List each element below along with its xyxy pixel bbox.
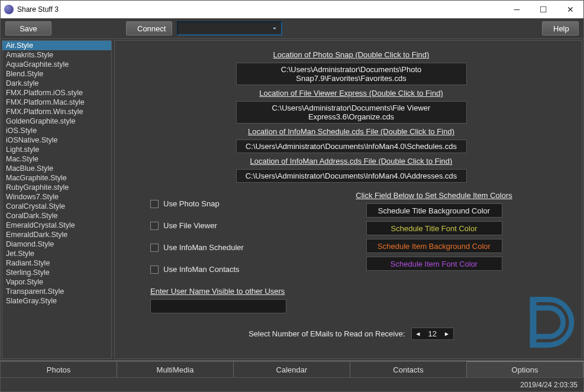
style-item[interactable]: Diamond.Style xyxy=(2,239,111,249)
style-item[interactable]: Transparent.Style xyxy=(2,287,111,296)
use-scheduler-checkbox[interactable] xyxy=(150,244,159,252)
color-options: Click Field Below to Set Schedule Item C… xyxy=(292,191,564,282)
app-window: Share Stuff 3 ─ ☐ ✕ Save Connect Help Ai… xyxy=(0,0,584,392)
style-item[interactable]: Blend.Style xyxy=(2,69,111,79)
chevron-down-icon xyxy=(270,24,279,33)
tab-photos[interactable]: Photos xyxy=(1,361,117,377)
schedule-location-label: Location of InfoMan Schedule.cds File (D… xyxy=(138,127,564,136)
use-photosnap-checkbox[interactable] xyxy=(150,200,159,208)
style-item[interactable]: iOS.Style xyxy=(2,126,111,135)
schedule-path-input[interactable]: C:\Users\Administrator\Documents\InfoMan… xyxy=(236,140,467,153)
style-item[interactable]: iOSNative.Style xyxy=(2,135,111,145)
tab-options[interactable]: Options xyxy=(467,361,583,377)
maximize-button[interactable]: ☐ xyxy=(530,1,557,18)
tab-contacts[interactable]: Contacts xyxy=(350,361,467,377)
email-count-stepper[interactable]: ◄ 12 ► xyxy=(411,328,454,340)
minimize-button[interactable]: ─ xyxy=(504,1,530,18)
color-heading: Click Field Below to Set Schedule Item C… xyxy=(304,191,564,200)
address-location-label: Location of InfoMan Address.cds File (Do… xyxy=(138,157,564,166)
style-item[interactable]: CoralDark.Style xyxy=(2,211,111,221)
save-button[interactable]: Save xyxy=(5,21,51,35)
close-button[interactable]: ✕ xyxy=(557,1,583,18)
stepper-left-icon[interactable]: ◄ xyxy=(415,331,421,337)
style-item[interactable]: EmeraldDark.Style xyxy=(2,230,111,239)
style-item[interactable]: FMX.Platform.iOS.style xyxy=(2,88,111,98)
style-item[interactable]: MacBlue.Style xyxy=(2,164,111,173)
use-contacts-label: Use InfoMan Contacts xyxy=(163,265,240,274)
style-item[interactable]: Vapor.Style xyxy=(2,277,111,287)
style-item[interactable]: FMX.Platform.Mac.style xyxy=(2,98,111,107)
use-fileviewer-label: Use File Viewer xyxy=(163,221,217,230)
style-item[interactable]: Amakrits.Style xyxy=(2,50,111,60)
status-bar: 2019/4/24 2:03:35 xyxy=(1,377,583,391)
style-item[interactable]: Mac.Style xyxy=(2,154,111,164)
use-contacts-checkbox[interactable] xyxy=(150,265,159,274)
connection-combo[interactable] xyxy=(177,21,282,35)
fileviewer-path-input[interactable]: C:\Users\Administrator\Documents\File Vi… xyxy=(236,101,467,124)
title-bar: Share Stuff 3 ─ ☐ ✕ xyxy=(1,1,583,18)
use-scheduler-label: Use InfoMan Scheduler xyxy=(163,243,244,252)
style-item[interactable]: Sterling.Style xyxy=(2,268,111,277)
use-photosnap-label: Use Photo Snap xyxy=(163,199,220,208)
style-item[interactable]: RubyGraphite.style xyxy=(2,183,111,192)
email-count-label: Select Number of EMails to Read on Recei… xyxy=(249,329,405,338)
connect-button[interactable]: Connect xyxy=(126,21,172,35)
app-icon xyxy=(4,5,14,14)
photosnap-path-input[interactable]: C:\Users\Administrator\Documents\Photo S… xyxy=(236,63,467,85)
schedule-title-bg-button[interactable]: Schedule Title Background Color xyxy=(366,203,502,218)
body: Air.StyleAmakrits.StyleAquaGraphite.styl… xyxy=(1,38,583,361)
email-count-value: 12 xyxy=(428,329,437,338)
schedule-title-font-button[interactable]: Schedule Title Font Color xyxy=(366,221,502,235)
style-item[interactable]: Windows7.Style xyxy=(2,192,111,202)
style-item[interactable]: CoralCrystal.Style xyxy=(2,202,111,211)
photosnap-location-label: Location of Photo Snap (Double Click to … xyxy=(138,50,564,59)
fileviewer-location-label: Location of File Viewer Express (Double … xyxy=(138,89,564,98)
style-item[interactable]: MacGraphite.Style xyxy=(2,173,111,183)
tab-multimedia[interactable]: MultiMedia xyxy=(117,361,234,377)
style-list[interactable]: Air.StyleAmakrits.StyleAquaGraphite.styl… xyxy=(2,40,112,359)
help-button[interactable]: Help xyxy=(542,21,579,35)
username-input[interactable] xyxy=(150,299,286,313)
options-panel: Location of Photo Snap (Double Click to … xyxy=(114,40,582,359)
style-item[interactable]: AquaGraphite.style xyxy=(2,60,111,69)
schedule-item-font-button[interactable]: Schedule Item Font Color xyxy=(366,257,502,271)
style-item[interactable]: EmeraldCrystal.Style xyxy=(2,221,111,230)
style-item[interactable]: Air.Style xyxy=(2,41,111,50)
style-item[interactable]: Radiant.Style xyxy=(2,258,111,268)
style-item[interactable]: GoldenGraphite.style xyxy=(2,116,111,126)
status-datetime: 2019/4/24 2:03:35 xyxy=(520,381,577,389)
bottom-tabs: Photos MultiMedia Calendar Contacts Opti… xyxy=(1,361,583,377)
style-item[interactable]: Dark.style xyxy=(2,79,111,88)
style-item[interactable]: Jet.Style xyxy=(2,249,111,258)
stepper-right-icon[interactable]: ► xyxy=(444,331,450,337)
toolbar: Save Connect Help xyxy=(1,18,583,38)
schedule-item-bg-button[interactable]: Schedule Item Background Color xyxy=(366,239,502,253)
style-item[interactable]: FMX.Platform.Win.style xyxy=(2,107,111,116)
address-path-input[interactable]: C:\Users\Administrator\Documents\InfoMan… xyxy=(236,169,467,183)
window-title: Share Stuff 3 xyxy=(17,5,59,14)
username-label: Enter User Name Visible to other Users xyxy=(150,287,564,296)
style-item[interactable]: SlateGray.Style xyxy=(2,296,111,306)
watermark-logo xyxy=(513,290,578,355)
use-options: Use Photo Snap Use File Viewer Use InfoM… xyxy=(138,191,292,282)
tab-calendar[interactable]: Calendar xyxy=(234,361,350,377)
style-item[interactable]: Light.style xyxy=(2,145,111,154)
use-fileviewer-checkbox[interactable] xyxy=(150,222,159,230)
